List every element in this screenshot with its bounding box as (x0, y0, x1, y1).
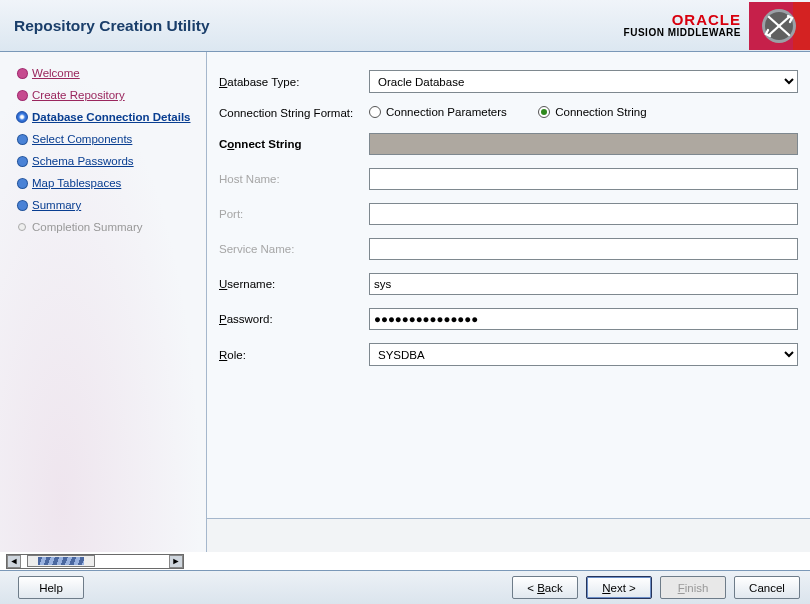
brand-block: ORACLE FUSION MIDDLEWARE (624, 2, 810, 50)
cancel-button[interactable]: Cancel (734, 576, 800, 599)
back-button[interactable]: < Back (512, 576, 578, 599)
help-button[interactable]: Help (18, 576, 84, 599)
connect-string-label: Connect String (219, 138, 369, 150)
wizard-step-1[interactable]: Create Repository (0, 84, 206, 106)
brand-icon (749, 2, 810, 50)
service-name-label: Service Name: (219, 243, 369, 255)
db-type-select[interactable]: Oracle Database (369, 70, 798, 93)
db-type-label: Database Type: (219, 76, 369, 88)
wizard-step-3[interactable]: Select Components (0, 128, 206, 150)
step-link[interactable]: Database Connection Details (32, 111, 190, 123)
brand-name: ORACLE (624, 12, 741, 27)
wizard-sidebar: WelcomeCreate RepositoryDatabase Connect… (0, 52, 206, 552)
username-input[interactable] (369, 273, 798, 295)
connect-string-input[interactable] (369, 133, 798, 155)
step-link[interactable]: Select Components (32, 133, 132, 145)
step-dot-icon (18, 69, 27, 78)
page-title: Repository Creation Utility (14, 17, 210, 35)
port-input (369, 203, 798, 225)
header-bar: Repository Creation Utility ORACLE FUSIO… (0, 0, 810, 52)
wizard-step-0[interactable]: Welcome (0, 62, 206, 84)
sidebar-scrollbar-row: ◄ ► (0, 552, 810, 570)
wizard-step-2[interactable]: Database Connection Details (0, 106, 206, 128)
step-dot-icon (18, 223, 26, 231)
scroll-right-arrow[interactable]: ► (169, 555, 183, 568)
finish-button: Finish (660, 576, 726, 599)
conn-format-label: Connection String Format: (219, 107, 369, 119)
conn-format-string-radio[interactable]: Connection String (538, 106, 688, 118)
host-name-input (369, 168, 798, 190)
step-dot-icon (18, 135, 27, 144)
username-label: Username: (219, 278, 369, 290)
step-dot-icon (18, 179, 27, 188)
password-input[interactable] (369, 308, 798, 330)
conn-format-parameters-radio[interactable]: Connection Parameters (369, 106, 519, 118)
step-link[interactable]: Welcome (32, 67, 80, 79)
service-name-input (369, 238, 798, 260)
button-bar: Help < Back Next > Finish Cancel (0, 570, 810, 604)
step-link[interactable]: Schema Passwords (32, 155, 134, 167)
wizard-step-7: Completion Summary (0, 216, 206, 238)
wizard-step-6[interactable]: Summary (0, 194, 206, 216)
host-name-label: Host Name: (219, 173, 369, 185)
next-button[interactable]: Next > (586, 576, 652, 599)
step-dot-icon (16, 111, 28, 123)
step-link[interactable]: Create Repository (32, 89, 125, 101)
step-dot-icon (18, 201, 27, 210)
scroll-left-arrow[interactable]: ◄ (7, 555, 21, 568)
form-panel: Database Type: Oracle Database Connectio… (207, 52, 810, 518)
brand-sub: FUSION MIDDLEWARE (624, 27, 741, 39)
password-label: Password: (219, 313, 369, 325)
role-label: Role: (219, 349, 369, 361)
step-link[interactable]: Summary (32, 199, 81, 211)
role-select[interactable]: SYSDBA (369, 343, 798, 366)
step-link[interactable]: Map Tablespaces (32, 177, 121, 189)
port-label: Port: (219, 208, 369, 220)
step-dot-icon (18, 91, 27, 100)
scroll-thumb[interactable] (27, 555, 95, 567)
wizard-step-list: WelcomeCreate RepositoryDatabase Connect… (0, 62, 206, 238)
wizard-step-5[interactable]: Map Tablespaces (0, 172, 206, 194)
wizard-step-4[interactable]: Schema Passwords (0, 150, 206, 172)
status-strip (207, 518, 810, 552)
step-link: Completion Summary (32, 221, 143, 233)
step-dot-icon (18, 157, 27, 166)
sidebar-horizontal-scrollbar[interactable]: ◄ ► (6, 554, 184, 569)
